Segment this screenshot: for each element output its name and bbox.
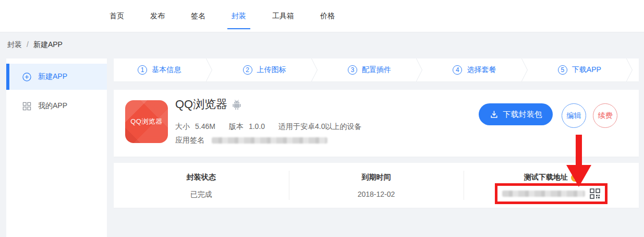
step-number: 1: [138, 65, 147, 75]
app-meta-row: 大小5.46M版本1.0.0适用于安卓4.0以上的设备: [175, 122, 362, 132]
step-label: 基本信息: [152, 65, 181, 75]
renew-button[interactable]: 续费: [593, 103, 617, 128]
expiry-column: 到期时间 2018-12-02: [289, 163, 464, 208]
nav-item-publish[interactable]: 发布: [150, 11, 165, 21]
app-icon: QQ浏览器: [125, 100, 168, 143]
expiry-value: 2018-12-02: [289, 190, 464, 198]
step-download-app: 5 下载APP: [534, 58, 625, 81]
step-chevron-separator: [520, 58, 534, 81]
app-version-label: 版本: [229, 122, 244, 131]
help-icon[interactable]: ?: [571, 174, 579, 182]
nav-item-price[interactable]: 价格: [320, 11, 335, 21]
step-label: 配置插件: [362, 65, 391, 75]
app-signature-label: 应用签名: [175, 136, 204, 145]
app-size-value: 5.46M: [195, 122, 215, 131]
test-download-column: 测试下载地址 ?: [464, 163, 639, 208]
package-status-value: 已完成: [114, 190, 289, 199]
test-download-label: 测试下载地址: [524, 173, 568, 182]
plus-circle-icon: [22, 73, 31, 81]
package-status-label: 封装状态: [187, 173, 216, 182]
edit-button[interactable]: 编辑: [562, 103, 586, 128]
sidebar-item-label: 我的APP: [38, 101, 67, 111]
app-size-label: 大小: [175, 122, 190, 131]
package-status-column: 封装状态 已完成: [114, 163, 289, 208]
step-chevron-separator: [205, 58, 218, 81]
expiry-label: 到期时间: [362, 173, 391, 182]
test-download-url-blurred[interactable]: [502, 191, 585, 197]
status-panel: 封装状态 已完成 到期时间 2018-12-02 测试下载地址 ?: [114, 163, 639, 208]
breadcrumb-current: 新建APP: [33, 40, 63, 49]
step-label: 选择套餐: [467, 65, 496, 75]
nav-item-package[interactable]: 封装: [232, 11, 246, 21]
main-nav: 首页 发布 签名 封装 工具箱 价格: [0, 0, 644, 32]
sidebar: 新建APP 我的APP: [6, 58, 107, 237]
step-number: 4: [453, 65, 462, 75]
nav-item-toolbox[interactable]: 工具箱: [272, 11, 294, 21]
step-basic-info: 1 基本信息: [114, 58, 205, 81]
step-label: 下载APP: [572, 65, 601, 75]
grid-icon: [22, 102, 31, 111]
download-package-button[interactable]: 下载封装包: [479, 103, 553, 125]
sidebar-item-label: 新建APP: [38, 72, 67, 81]
app-name: QQ浏览器: [175, 97, 227, 112]
step-upload-icon: 2 上传图标: [218, 58, 310, 81]
nav-item-signature[interactable]: 签名: [191, 11, 205, 21]
highlight-box: [495, 183, 607, 204]
steps-wizard: 1 基本信息 2 上传图标 3 配置插件 4 选择套餐 5 下载APP: [114, 58, 639, 81]
app-signature-row: 应用签名: [175, 136, 327, 145]
sidebar-item-new-app[interactable]: 新建APP: [6, 64, 107, 90]
sidebar-item-my-app[interactable]: 我的APP: [6, 93, 107, 119]
top-header: 首页 发布 签名 封装 工具箱 价格: [0, 0, 644, 32]
step-chevron-separator: [625, 58, 639, 81]
step-label: 上传图标: [257, 65, 286, 75]
app-icon-label: QQ浏览器: [130, 117, 163, 126]
download-icon: [490, 110, 499, 119]
nav-item-home[interactable]: 首页: [110, 11, 124, 21]
step-chevron-separator: [310, 58, 324, 81]
breadcrumb: 封装/新建APP: [7, 40, 63, 50]
app-signature-blurred: [212, 137, 327, 144]
step-number: 3: [348, 65, 357, 75]
qr-code-icon[interactable]: [590, 188, 600, 199]
download-package-label: 下载封装包: [503, 110, 542, 120]
step-number: 2: [243, 65, 252, 75]
breadcrumb-package[interactable]: 封装: [7, 40, 22, 49]
app-version-value: 1.0.0: [249, 122, 265, 131]
step-select-plan: 4 选择套餐: [429, 58, 520, 81]
step-number: 5: [558, 65, 567, 75]
app-info-card: QQ浏览器 QQ浏览器 大小5.46M版本1.0.0适用于安卓4.0以上的设备 …: [114, 90, 639, 157]
test-download-label-row: 测试下载地址 ?: [524, 173, 579, 182]
app-compatibility: 适用于安卓4.0以上的设备: [278, 122, 361, 131]
breadcrumb-separator: /: [27, 40, 29, 49]
step-chevron-separator: [415, 58, 429, 81]
step-configure-plugin: 3 配置插件: [324, 58, 415, 81]
android-icon: [232, 99, 241, 110]
